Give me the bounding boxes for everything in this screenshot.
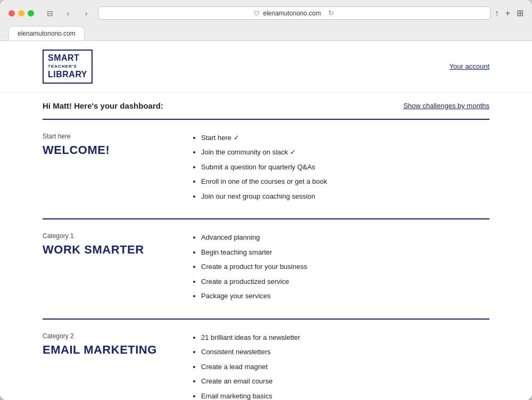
list-item: Advanced planning [201, 232, 489, 243]
list-item: Enroll in one of the courses or get a bo… [201, 176, 489, 187]
reload-icon[interactable]: ↻ [328, 9, 334, 17]
section-email-left: Category 2 EMAIL MARKETING [43, 332, 170, 400]
browser-tab-bar: elenamutonono.com [9, 26, 523, 40]
list-item: Create a lead magnet [201, 362, 489, 372]
section-welcome-right: Start here ✓ Join the community on slack… [192, 133, 489, 202]
list-item: Join our next group coaching session [201, 191, 489, 202]
logo-smart: smart [48, 53, 87, 64]
list-item: Start here ✓ [201, 133, 489, 143]
section-work-left: Category 1 WORK SMARTER [43, 232, 170, 301]
sidebar-toggle-button[interactable]: ⊟ [43, 7, 57, 19]
list-item: Create a productized service [201, 276, 489, 287]
show-challenges-link[interactable]: Show challenges by months [403, 102, 489, 110]
browser-controls: ⊟ ‹ › [43, 7, 94, 19]
grid-view-button[interactable]: ⊞ [517, 8, 523, 18]
section-email-title: EMAIL MARKETING [43, 343, 170, 357]
list-item: Create an email course [201, 376, 489, 387]
logo-teachers: TEACHER'S [48, 64, 87, 69]
list-item: Package your services [201, 291, 489, 301]
address-bar-row: 🛡 elenamutonono.com ↻ [98, 6, 491, 20]
your-account-link[interactable]: Your account [450, 62, 489, 70]
list-item: Create a product for your business [201, 262, 489, 272]
list-item: Consistent newsletters [201, 347, 489, 357]
maximize-button[interactable] [28, 10, 34, 17]
list-item: Begin teaching smarter [201, 247, 489, 258]
section-email-right: 21 brilliant ideas for a newsletter Cons… [192, 332, 489, 400]
list-item: Submit a question for quarterly Q&As [201, 162, 489, 173]
section-welcome-category: Start here [43, 133, 170, 140]
browser-chrome: ⊟ ‹ › 🛡 elenamutonono.com ↻ ↑ + ⊞ elenam… [0, 0, 532, 41]
traffic-lights [9, 10, 34, 17]
url-text: elenamutonono.com [263, 10, 321, 17]
dashboard-greeting: Hi Matt! Here's your dashboard: [43, 101, 163, 110]
section-work-list: Advanced planning Begin teaching smarter… [192, 232, 489, 301]
section-work-category: Category 1 [43, 232, 170, 240]
section-welcome-title: WELCOME! [43, 143, 170, 157]
browser-window: ⊟ ‹ › 🛡 elenamutonono.com ↻ ↑ + ⊞ elenam… [0, 0, 532, 400]
logo-box: smart TEACHER'S library [43, 50, 93, 84]
section-email-list: 21 brilliant ideas for a newsletter Cons… [192, 332, 489, 400]
page-content: smart TEACHER'S library Your account Hi … [0, 41, 532, 400]
section-work-right: Advanced planning Begin teaching smarter… [192, 232, 489, 301]
list-item: Join the community on slack ✓ [201, 147, 489, 158]
section-welcome-left: Start here WELCOME! [43, 133, 170, 202]
minimize-button[interactable] [18, 10, 24, 17]
list-item: 21 brilliant ideas for a newsletter [201, 332, 489, 343]
section-email-category: Category 2 [43, 332, 170, 340]
section-work-smarter: Category 1 WORK SMARTER Advanced plannin… [0, 219, 532, 319]
dashboard-header: Hi Matt! Here's your dashboard: Show cha… [0, 93, 532, 119]
active-tab[interactable]: elenamutonono.com [9, 26, 85, 40]
logo: smart TEACHER'S library [43, 50, 93, 84]
section-welcome-list: Start here ✓ Join the community on slack… [192, 133, 489, 202]
section-email-marketing: Category 2 EMAIL MARKETING 21 brilliant … [0, 320, 532, 400]
site-header: smart TEACHER'S library Your account [0, 41, 532, 93]
logo-library: library [48, 69, 87, 80]
share-button[interactable]: ↑ [495, 9, 499, 18]
new-tab-button[interactable]: + [505, 9, 510, 18]
section-welcome: Start here WELCOME! Start here ✓ Join th… [0, 120, 532, 219]
close-button[interactable] [9, 10, 15, 17]
list-item: Email marketing basics [201, 391, 489, 400]
back-button[interactable]: ‹ [61, 7, 76, 19]
address-bar[interactable]: 🛡 elenamutonono.com ↻ [98, 6, 491, 20]
section-work-title: WORK SMARTER [43, 243, 170, 257]
forward-button[interactable]: › [79, 7, 94, 19]
security-icon: 🛡 [254, 10, 260, 17]
top-bar-actions: ↑ + ⊞ [495, 8, 523, 18]
